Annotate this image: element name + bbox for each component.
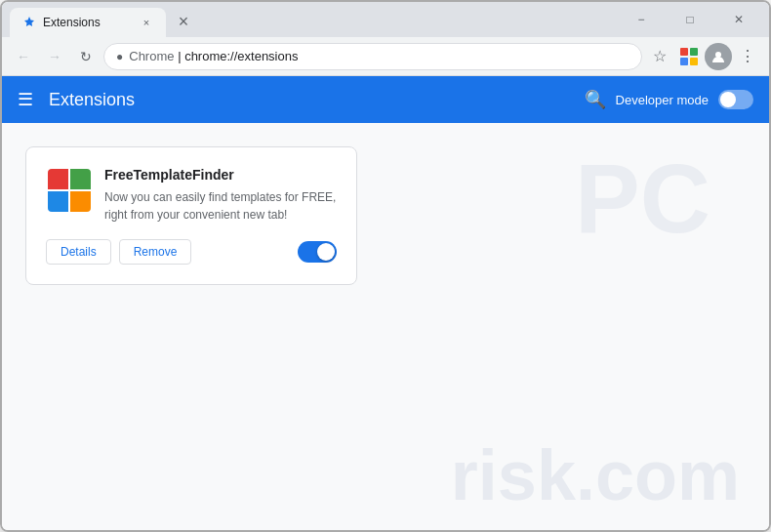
active-tab[interactable]: Extensions × — [10, 8, 166, 37]
extension-card-footer: Details Remove — [46, 239, 337, 265]
new-tab-button[interactable]: × — [170, 8, 197, 35]
extensions-header: ☰ Extensions 🔍 Developer mode — [2, 76, 769, 123]
address-origin: Chrome — [129, 49, 174, 63]
hamburger-icon[interactable]: ☰ — [18, 89, 33, 110]
menu-button[interactable]: ⋮ — [734, 43, 761, 70]
browser-window: Extensions × × − □ ✕ ← → ↻ ● Chrome | ch… — [0, 0, 771, 532]
icon-quadrant-green — [70, 169, 91, 189]
close-button[interactable]: ✕ — [716, 8, 761, 31]
toggle-knob — [720, 92, 736, 107]
minimize-button[interactable]: − — [619, 8, 664, 31]
svg-rect-2 — [680, 58, 688, 65]
lock-icon: ● — [116, 50, 123, 63]
developer-mode-toggle[interactable] — [718, 90, 753, 109]
address-bar-row: ← → ↻ ● Chrome | chrome://extensions ☆ — [2, 37, 769, 76]
tab-close-button[interactable]: × — [139, 15, 154, 30]
svg-rect-1 — [690, 48, 698, 56]
bookmark-button[interactable]: ☆ — [646, 43, 673, 70]
extension-card: FreeTemplateFinder Now you can easily fi… — [25, 146, 357, 285]
svg-rect-3 — [690, 58, 698, 65]
svg-rect-0 — [680, 48, 688, 56]
icon-quadrant-orange — [70, 191, 91, 212]
reload-button[interactable]: ↻ — [72, 43, 100, 70]
developer-mode-label: Developer mode — [616, 93, 709, 107]
details-button[interactable]: Details — [46, 239, 111, 265]
extension-toggle-knob — [317, 243, 335, 261]
tab-favicon — [21, 15, 37, 30]
extension-description: Now you can easily find templates for FR… — [104, 188, 337, 224]
extensions-title: Extensions — [49, 90, 569, 110]
forward-button[interactable]: → — [41, 43, 68, 70]
maximize-button[interactable]: □ — [668, 8, 712, 31]
extension-toggle[interactable] — [298, 241, 337, 263]
extension-icon — [48, 169, 91, 212]
address-path: chrome://extensions — [184, 49, 298, 63]
back-button[interactable]: ← — [10, 43, 37, 70]
main-content: PC risk.com FreeTemplateFinder Now you c… — [2, 123, 769, 530]
tab-strip: Extensions × × — [10, 8, 611, 37]
profile-button[interactable] — [705, 43, 732, 70]
watermark-top: PC — [575, 143, 710, 255]
title-bar: Extensions × × − □ ✕ — [2, 2, 769, 37]
watermark-bottom: risk.com — [451, 440, 740, 511]
extension-name: FreeTemplateFinder — [104, 167, 337, 183]
extension-icon-container — [46, 167, 93, 214]
address-text: Chrome | chrome://extensions — [129, 49, 629, 63]
tab-title-text: Extensions — [43, 16, 133, 29]
apps-button[interactable] — [675, 43, 703, 70]
toolbar-right: ☆ ⋮ — [646, 43, 761, 70]
icon-quadrant-red — [48, 169, 68, 189]
remove-button[interactable]: Remove — [119, 239, 192, 265]
address-bar[interactable]: ● Chrome | chrome://extensions — [103, 43, 642, 70]
search-icon[interactable]: 🔍 — [585, 89, 606, 110]
window-controls: − □ ✕ — [619, 8, 761, 31]
developer-mode-section: 🔍 Developer mode — [585, 89, 753, 110]
icon-quadrant-blue — [48, 191, 68, 212]
extension-card-header: FreeTemplateFinder Now you can easily fi… — [46, 167, 337, 224]
extension-info: FreeTemplateFinder Now you can easily fi… — [104, 167, 337, 224]
